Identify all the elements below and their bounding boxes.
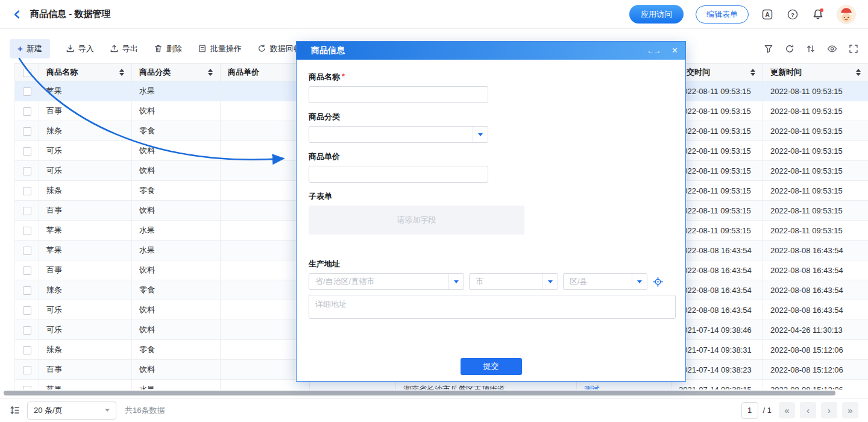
notification-bell-icon[interactable] xyxy=(811,8,825,21)
cell-name: 苹果 xyxy=(39,221,132,241)
row-checkbox[interactable] xyxy=(23,247,31,255)
first-page-button[interactable]: « xyxy=(779,402,795,418)
filter-icon[interactable] xyxy=(764,44,773,54)
row-checkbox[interactable] xyxy=(23,326,31,335)
sort-icon[interactable] xyxy=(208,69,213,76)
select-all-header[interactable] xyxy=(15,64,39,81)
product-price-input[interactable] xyxy=(309,166,488,183)
production-address-label: 生产地址 xyxy=(309,259,340,269)
total-count-label: 共16条数据 xyxy=(125,405,165,416)
cell-name: 辣条 xyxy=(39,280,132,300)
cell-updated: 2022-08-11 09:53:15 xyxy=(763,221,868,241)
row-checkbox[interactable] xyxy=(23,107,31,116)
cell-updated: 2022-08-11 09:53:15 xyxy=(763,161,868,181)
sort-icon[interactable] xyxy=(119,69,124,76)
back-button[interactable] xyxy=(12,9,23,20)
cell-name: 可乐 xyxy=(39,141,132,161)
sort-icon[interactable] xyxy=(856,69,861,76)
app-access-button[interactable]: 应用访问 xyxy=(629,5,684,24)
cell-category: 水果 xyxy=(132,380,221,390)
pagination-bar: 20 条/页 共16条数据 1 / 1 « ‹ › » xyxy=(0,398,868,422)
submit-button[interactable]: 提交 xyxy=(461,358,522,375)
user-avatar[interactable] xyxy=(837,5,856,24)
province-select[interactable]: 省/自治区/直辖市 xyxy=(309,273,464,290)
row-checkbox[interactable] xyxy=(23,286,31,295)
translate-icon[interactable]: A xyxy=(761,8,774,21)
column-header-1[interactable]: 商品分类 xyxy=(132,64,221,81)
locate-icon[interactable] xyxy=(652,276,664,288)
attachment-link[interactable]: 测试 xyxy=(584,385,600,389)
close-icon[interactable]: × xyxy=(672,46,678,55)
refresh-icon[interactable] xyxy=(785,44,794,54)
cell-updated: 2022-08-11 09:53:15 xyxy=(763,81,868,101)
row-checkbox[interactable] xyxy=(23,366,31,374)
current-page-input[interactable]: 1 xyxy=(741,402,758,419)
last-page-button[interactable]: » xyxy=(842,402,858,418)
column-header-0[interactable]: 商品名称 xyxy=(39,64,132,81)
topbar-actions: 应用访问 编辑表单 A ? xyxy=(629,5,856,24)
row-checkbox[interactable] xyxy=(23,207,31,215)
row-checkbox[interactable] xyxy=(23,147,31,156)
row-checkbox[interactable] xyxy=(23,346,31,354)
cell-name: 辣条 xyxy=(39,340,132,360)
product-name-label: 商品名称 xyxy=(309,72,340,83)
page-size-select[interactable]: 20 条/页 xyxy=(27,402,116,420)
edit-form-button[interactable]: 编辑表单 xyxy=(696,5,749,24)
field-product-name: 商品名称 * xyxy=(309,72,676,103)
modal-title: 商品信息 xyxy=(311,45,345,56)
cell-category: 饮料 xyxy=(132,300,221,320)
fullscreen-icon[interactable] xyxy=(849,44,858,54)
product-price-label: 商品单价 xyxy=(309,151,340,162)
plus-icon: + xyxy=(17,44,23,53)
help-icon[interactable]: ? xyxy=(786,8,799,21)
import-button[interactable]: 导入 xyxy=(66,43,94,54)
cell-name: 百事 xyxy=(39,360,132,380)
subform-placeholder-box[interactable]: 请添加字段 xyxy=(309,206,524,235)
display-settings-icon[interactable] xyxy=(10,405,20,415)
page-size-value: 20 条/页 xyxy=(34,405,63,416)
expand-width-icon[interactable]: ← → xyxy=(647,46,659,55)
cell-updated: 2022-04-26 11:30:13 xyxy=(763,320,868,340)
table-tools xyxy=(764,44,858,54)
new-record-button[interactable]: + 新建 xyxy=(10,39,50,58)
pager-controls: 1 / 1 « ‹ › » xyxy=(741,402,858,419)
visibility-eye-icon[interactable] xyxy=(827,44,837,54)
delete-button[interactable]: 删除 xyxy=(154,43,182,54)
cell-category: 水果 xyxy=(132,241,221,260)
prev-page-button[interactable]: ‹ xyxy=(800,402,816,418)
page-total-label: / 1 xyxy=(763,406,772,415)
city-select[interactable]: 市 xyxy=(469,273,558,290)
column-header-7[interactable]: 更新时间 xyxy=(763,64,868,81)
row-checkbox[interactable] xyxy=(23,127,31,136)
row-checkbox[interactable] xyxy=(23,227,31,235)
cell-name: 可乐 xyxy=(39,320,132,340)
row-checkbox[interactable] xyxy=(23,87,31,96)
sort-icon[interactable] xyxy=(750,69,755,76)
row-checkbox[interactable] xyxy=(23,187,31,195)
next-page-button[interactable]: › xyxy=(821,402,837,418)
horizontal-scrollbar[interactable] xyxy=(4,391,835,395)
row-checkbox[interactable] xyxy=(23,306,31,315)
cell-name: 苹果 xyxy=(39,380,132,390)
sort-order-icon[interactable] xyxy=(806,44,816,54)
row-checkbox[interactable] xyxy=(23,386,31,389)
product-name-input[interactable] xyxy=(309,86,488,103)
export-button[interactable]: 导出 xyxy=(110,43,138,54)
cell-name: 可乐 xyxy=(39,300,132,320)
modal-header[interactable]: 商品信息 ← → × xyxy=(297,42,685,60)
subform-placeholder-text: 请添加字段 xyxy=(397,215,436,225)
select-all-checkbox[interactable] xyxy=(23,69,31,77)
modal-body: 商品名称 * 商品分类 商品单价 子表单 请添加字段 xyxy=(297,60,685,381)
cell-updated: 2022-08-11 09:53:15 xyxy=(763,141,868,161)
notification-dot xyxy=(820,8,823,12)
batch-operations-button[interactable]: 批量操作 xyxy=(198,43,242,54)
address-detail-textarea[interactable] xyxy=(309,295,676,319)
row-checkbox[interactable] xyxy=(23,266,31,275)
row-checkbox[interactable] xyxy=(23,167,31,175)
subform-label: 子表单 xyxy=(309,191,332,202)
column-label: 商品名称 xyxy=(46,67,78,78)
field-product-price: 商品单价 xyxy=(309,151,676,183)
district-select[interactable]: 区/县 xyxy=(563,273,647,290)
product-category-select[interactable] xyxy=(309,126,488,143)
page-title: 商品信息 - 数据管理 xyxy=(30,8,110,20)
